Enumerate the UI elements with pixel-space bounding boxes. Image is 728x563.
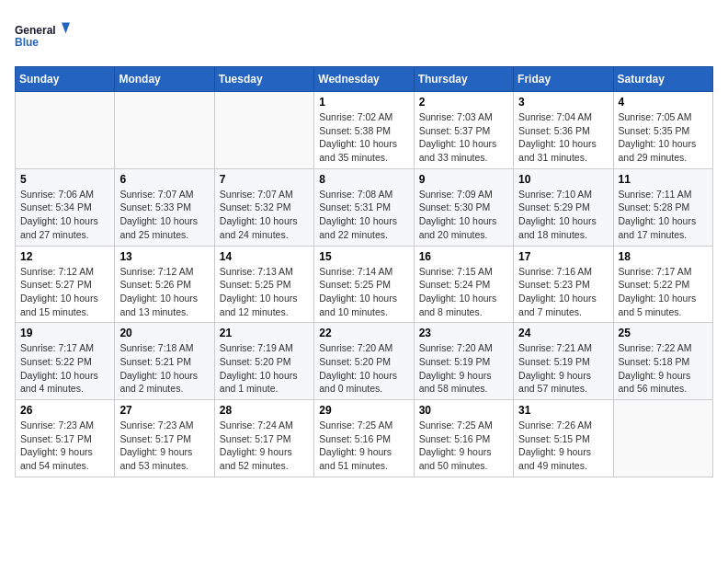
calendar-cell: 25Sunrise: 7:22 AMSunset: 5:18 PMDayligh… [613,323,712,400]
day-number: 27 [119,404,209,417]
day-number: 20 [119,327,209,339]
calendar-cell: 27Sunrise: 7:23 AMSunset: 5:17 PMDayligh… [115,400,214,477]
day-content: Sunrise: 7:12 AMSunset: 5:27 PMDaylight:… [20,265,109,319]
calendar-week-row: 12Sunrise: 7:12 AMSunset: 5:27 PMDayligh… [16,246,713,323]
calendar-week-row: 26Sunrise: 7:23 AMSunset: 5:17 PMDayligh… [16,400,713,477]
day-content: Sunrise: 7:18 AMSunset: 5:21 PMDaylight:… [119,341,209,396]
day-content: Sunrise: 7:04 AMSunset: 5:36 PMDaylight:… [518,110,608,165]
calendar-cell [214,92,313,169]
calendar-cell: 30Sunrise: 7:25 AMSunset: 5:16 PMDayligh… [414,400,513,477]
calendar-cell: 13Sunrise: 7:12 AMSunset: 5:26 PMDayligh… [115,246,214,323]
calendar-cell: 15Sunrise: 7:14 AMSunset: 5:25 PMDayligh… [314,246,414,323]
svg-text:General: General [15,24,56,37]
calendar-cell: 17Sunrise: 7:16 AMSunset: 5:23 PMDayligh… [514,246,613,323]
calendar-cell: 26Sunrise: 7:23 AMSunset: 5:17 PMDayligh… [16,400,115,477]
day-number: 13 [119,250,209,263]
calendar-cell: 5Sunrise: 7:06 AMSunset: 5:34 PMDaylight… [16,168,115,246]
day-content: Sunrise: 7:12 AMSunset: 5:26 PMDaylight:… [119,265,209,319]
day-content: Sunrise: 7:19 AMSunset: 5:20 PMDaylight:… [220,341,309,396]
calendar-cell: 31Sunrise: 7:26 AMSunset: 5:15 PMDayligh… [514,400,613,477]
svg-text:Blue: Blue [15,36,39,49]
day-content: Sunrise: 7:09 AMSunset: 5:30 PMDaylight:… [419,188,508,242]
day-number: 16 [419,250,508,263]
day-number: 22 [319,327,408,339]
day-number: 9 [419,173,508,186]
day-content: Sunrise: 7:22 AMSunset: 5:18 PMDaylight:… [619,341,708,396]
calendar-cell: 16Sunrise: 7:15 AMSunset: 5:24 PMDayligh… [414,246,513,323]
calendar-cell: 23Sunrise: 7:20 AMSunset: 5:19 PMDayligh… [414,323,513,400]
day-number: 6 [119,173,209,186]
day-of-week-header: Wednesday [314,67,414,92]
svg-marker-2 [62,23,70,34]
day-content: Sunrise: 7:20 AMSunset: 5:19 PMDaylight:… [419,341,508,396]
day-content: Sunrise: 7:23 AMSunset: 5:17 PMDaylight:… [119,419,209,473]
day-number: 15 [319,250,408,263]
day-number: 2 [419,96,508,109]
calendar-cell: 7Sunrise: 7:07 AMSunset: 5:32 PMDaylight… [214,168,313,246]
calendar-cell: 19Sunrise: 7:17 AMSunset: 5:22 PMDayligh… [16,323,115,400]
day-number: 14 [220,250,309,263]
calendar-cell: 28Sunrise: 7:24 AMSunset: 5:17 PMDayligh… [214,400,313,477]
day-number: 3 [518,96,608,109]
calendar-header-row: SundayMondayTuesdayWednesdayThursdayFrid… [16,67,713,92]
day-content: Sunrise: 7:17 AMSunset: 5:22 PMDaylight:… [619,265,708,319]
day-number: 30 [419,404,508,417]
day-content: Sunrise: 7:08 AMSunset: 5:31 PMDaylight:… [319,188,408,242]
day-number: 29 [319,404,408,417]
calendar-week-row: 5Sunrise: 7:06 AMSunset: 5:34 PMDaylight… [16,168,713,246]
calendar-cell: 9Sunrise: 7:09 AMSunset: 5:30 PMDaylight… [414,168,513,246]
logo-svg: General Blue [15,15,70,55]
day-content: Sunrise: 7:24 AMSunset: 5:17 PMDaylight:… [220,419,309,473]
calendar-cell: 29Sunrise: 7:25 AMSunset: 5:16 PMDayligh… [314,400,414,477]
calendar-cell: 2Sunrise: 7:03 AMSunset: 5:37 PMDaylight… [414,92,513,169]
day-of-week-header: Tuesday [214,67,313,92]
day-number: 4 [619,96,708,109]
calendar-cell: 10Sunrise: 7:10 AMSunset: 5:29 PMDayligh… [514,168,613,246]
calendar-cell: 24Sunrise: 7:21 AMSunset: 5:19 PMDayligh… [514,323,613,400]
day-of-week-header: Thursday [414,67,513,92]
day-content: Sunrise: 7:02 AMSunset: 5:38 PMDaylight:… [319,110,408,165]
calendar-cell [613,400,712,477]
day-content: Sunrise: 7:10 AMSunset: 5:29 PMDaylight:… [518,188,608,242]
day-of-week-header: Sunday [16,67,115,92]
day-number: 26 [20,404,109,417]
calendar-cell: 1Sunrise: 7:02 AMSunset: 5:38 PMDaylight… [314,92,414,169]
day-number: 19 [20,327,109,339]
day-content: Sunrise: 7:15 AMSunset: 5:24 PMDaylight:… [419,265,508,319]
calendar-cell: 3Sunrise: 7:04 AMSunset: 5:36 PMDaylight… [514,92,613,169]
day-number: 7 [220,173,309,186]
calendar-table: SundayMondayTuesdayWednesdayThursdayFrid… [15,66,713,477]
day-number: 1 [319,96,408,109]
day-number: 23 [419,327,508,339]
day-number: 11 [619,173,708,186]
calendar-week-row: 19Sunrise: 7:17 AMSunset: 5:22 PMDayligh… [16,323,713,400]
day-content: Sunrise: 7:16 AMSunset: 5:23 PMDaylight:… [518,265,608,319]
calendar-cell: 22Sunrise: 7:20 AMSunset: 5:20 PMDayligh… [314,323,414,400]
day-number: 24 [518,327,608,339]
day-content: Sunrise: 7:03 AMSunset: 5:37 PMDaylight:… [419,110,508,165]
calendar-cell: 14Sunrise: 7:13 AMSunset: 5:25 PMDayligh… [214,246,313,323]
calendar-cell: 12Sunrise: 7:12 AMSunset: 5:27 PMDayligh… [16,246,115,323]
day-number: 25 [619,327,708,339]
day-content: Sunrise: 7:07 AMSunset: 5:32 PMDaylight:… [220,188,309,242]
day-of-week-header: Monday [115,67,214,92]
day-content: Sunrise: 7:23 AMSunset: 5:17 PMDaylight:… [20,419,109,473]
day-number: 21 [220,327,309,339]
calendar-cell: 4Sunrise: 7:05 AMSunset: 5:35 PMDaylight… [613,92,712,169]
calendar-cell: 11Sunrise: 7:11 AMSunset: 5:28 PMDayligh… [613,168,712,246]
calendar-cell: 6Sunrise: 7:07 AMSunset: 5:33 PMDaylight… [115,168,214,246]
day-number: 28 [220,404,309,417]
calendar-cell [16,92,115,169]
day-content: Sunrise: 7:21 AMSunset: 5:19 PMDaylight:… [518,341,608,396]
day-content: Sunrise: 7:11 AMSunset: 5:28 PMDaylight:… [619,188,708,242]
day-content: Sunrise: 7:06 AMSunset: 5:34 PMDaylight:… [20,188,109,242]
calendar-cell: 8Sunrise: 7:08 AMSunset: 5:31 PMDaylight… [314,168,414,246]
page-header: General Blue [15,15,713,55]
day-content: Sunrise: 7:20 AMSunset: 5:20 PMDaylight:… [319,341,408,396]
day-of-week-header: Friday [514,67,613,92]
day-content: Sunrise: 7:25 AMSunset: 5:16 PMDaylight:… [419,419,508,473]
day-of-week-header: Saturday [613,67,712,92]
calendar-cell [115,92,214,169]
day-content: Sunrise: 7:05 AMSunset: 5:35 PMDaylight:… [619,110,708,165]
day-number: 5 [20,173,109,186]
